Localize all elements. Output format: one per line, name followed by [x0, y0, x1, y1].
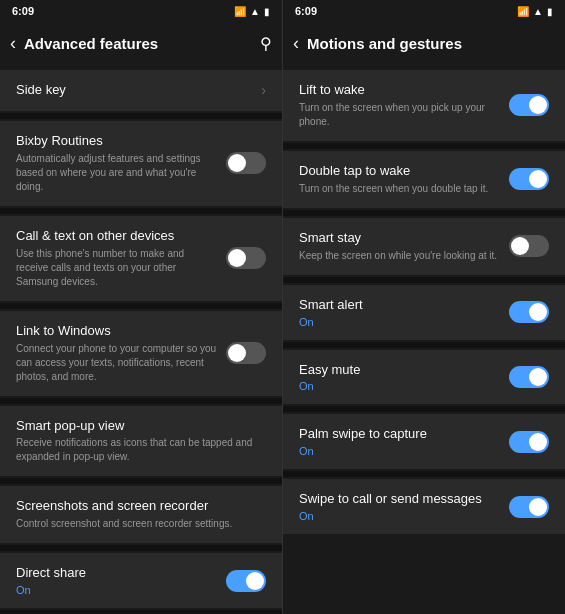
setting-smart-stay-desc: Keep the screen on while you're looking … — [299, 249, 501, 263]
setting-bixby-title: Bixby Routines — [16, 133, 218, 150]
setting-easy-mute-title: Easy mute — [299, 362, 501, 379]
smart-stay-toggle[interactable] — [509, 235, 549, 257]
easy-mute-toggle[interactable] — [509, 366, 549, 388]
chevron-right-icon: › — [261, 82, 266, 98]
setting-smart-alert[interactable]: Smart alert On — [283, 285, 565, 340]
setting-bixby-desc: Automatically adjust features and settin… — [16, 152, 218, 194]
double-tap-toggle-knob — [529, 170, 547, 188]
setting-direct-share-title: Direct share — [16, 565, 218, 582]
bixby-toggle-knob — [228, 154, 246, 172]
left-panel: 6:09 📶 ▲ ▮ ‹ Advanced features ⚲ Side ke… — [0, 0, 282, 614]
setting-easy-mute-status: On — [299, 380, 501, 392]
setting-bixby-routines[interactable]: Bixby Routines Automatically adjust feat… — [0, 121, 282, 206]
double-tap-toggle[interactable] — [509, 168, 549, 190]
setting-smart-stay[interactable]: Smart stay Keep the screen on while you'… — [283, 218, 565, 275]
setting-direct-share-text: Direct share On — [16, 565, 218, 596]
wifi-icon: 📶 — [234, 6, 246, 17]
left-status-time: 6:09 — [12, 5, 34, 17]
setting-swipe-call-title: Swipe to call or send messages — [299, 491, 501, 508]
right-status-icons: 📶 ▲ ▮ — [517, 6, 553, 17]
setting-call-title: Call & text on other devices — [16, 228, 218, 245]
right-settings-list: Lift to wake Turn on the screen when you… — [283, 64, 565, 614]
setting-swipe-call-status: On — [299, 510, 501, 522]
setting-call-text-text: Call & text on other devices Use this ph… — [16, 228, 218, 289]
smart-stay-toggle-knob — [511, 237, 529, 255]
setting-bixby-text: Bixby Routines Automatically adjust feat… — [16, 133, 218, 194]
setting-lift-wake[interactable]: Lift to wake Turn on the screen when you… — [283, 70, 565, 141]
setting-palm-swipe-text: Palm swipe to capture On — [299, 426, 501, 457]
left-top-bar: ‹ Advanced features ⚲ — [0, 22, 282, 64]
setting-easy-mute[interactable]: Easy mute On — [283, 350, 565, 405]
smart-alert-toggle[interactable] — [509, 301, 549, 323]
right-page-title: Motions and gestures — [307, 35, 555, 52]
setting-smart-stay-text: Smart stay Keep the screen on while you'… — [299, 230, 501, 263]
link-toggle-knob — [228, 344, 246, 362]
setting-smart-popup[interactable]: Smart pop-up view Receive notifications … — [0, 406, 282, 477]
setting-double-tap-text: Double tap to wake Turn on the screen wh… — [299, 163, 501, 196]
setting-lift-wake-title: Lift to wake — [299, 82, 501, 99]
setting-lift-wake-desc: Turn on the screen when you pick up your… — [299, 101, 501, 129]
right-wifi-icon: 📶 — [517, 6, 529, 17]
setting-palm-swipe-status: On — [299, 445, 501, 457]
setting-double-tap-title: Double tap to wake — [299, 163, 501, 180]
direct-share-toggle[interactable] — [226, 570, 266, 592]
setting-lift-wake-text: Lift to wake Turn on the screen when you… — [299, 82, 501, 129]
setting-double-tap-desc: Turn on the screen when you double tap i… — [299, 182, 501, 196]
setting-direct-share[interactable]: Direct share On — [0, 553, 282, 608]
setting-side-key-title: Side key — [16, 82, 253, 99]
setting-side-key-text: Side key — [16, 82, 253, 99]
setting-palm-swipe-title: Palm swipe to capture — [299, 426, 501, 443]
setting-screenshots-desc: Control screenshot and screen recorder s… — [16, 517, 258, 531]
setting-call-text[interactable]: Call & text on other devices Use this ph… — [0, 216, 282, 301]
setting-link-title: Link to Windows — [16, 323, 218, 340]
right-panel: 6:09 📶 ▲ ▮ ‹ Motions and gestures Lift t… — [282, 0, 565, 614]
setting-smart-popup-desc: Receive notifications as icons that can … — [16, 436, 258, 464]
lift-wake-toggle[interactable] — [509, 94, 549, 116]
palm-swipe-toggle[interactable] — [509, 431, 549, 453]
setting-palm-swipe[interactable]: Palm swipe to capture On — [283, 414, 565, 469]
right-back-button[interactable]: ‹ — [293, 33, 299, 54]
left-page-title: Advanced features — [24, 35, 260, 52]
setting-direct-share-status: On — [16, 584, 218, 596]
battery-icon: ▮ — [264, 6, 270, 17]
easy-mute-toggle-knob — [529, 368, 547, 386]
setting-swipe-call[interactable]: Swipe to call or send messages On — [283, 479, 565, 534]
setting-smart-popup-text: Smart pop-up view Receive notifications … — [16, 418, 258, 465]
setting-side-key[interactable]: Side key › — [0, 70, 282, 111]
bixby-toggle[interactable] — [226, 152, 266, 174]
call-toggle[interactable] — [226, 247, 266, 269]
left-settings-list: Side key › Bixby Routines Automatically … — [0, 64, 282, 614]
setting-swipe-call-text: Swipe to call or send messages On — [299, 491, 501, 522]
setting-smart-alert-title: Smart alert — [299, 297, 501, 314]
setting-link-desc: Connect your phone to your computer so y… — [16, 342, 218, 384]
right-status-bar: 6:09 📶 ▲ ▮ — [283, 0, 565, 22]
setting-smart-alert-text: Smart alert On — [299, 297, 501, 328]
right-signal-icon: ▲ — [533, 6, 543, 17]
setting-call-desc: Use this phone's number to make and rece… — [16, 247, 218, 289]
left-back-button[interactable]: ‹ — [10, 33, 16, 54]
setting-easy-mute-text: Easy mute On — [299, 362, 501, 393]
right-battery-icon: ▮ — [547, 6, 553, 17]
right-top-bar: ‹ Motions and gestures — [283, 22, 565, 64]
setting-link-windows[interactable]: Link to Windows Connect your phone to yo… — [0, 311, 282, 396]
setting-screenshots-title: Screenshots and screen recorder — [16, 498, 258, 515]
setting-smart-alert-status: On — [299, 316, 501, 328]
swipe-call-toggle-knob — [529, 498, 547, 516]
setting-smart-popup-title: Smart pop-up view — [16, 418, 258, 435]
link-toggle[interactable] — [226, 342, 266, 364]
palm-swipe-toggle-knob — [529, 433, 547, 451]
right-status-time: 6:09 — [295, 5, 317, 17]
setting-screenshots-text: Screenshots and screen recorder Control … — [16, 498, 258, 531]
smart-alert-toggle-knob — [529, 303, 547, 321]
setting-smart-stay-title: Smart stay — [299, 230, 501, 247]
setting-link-windows-text: Link to Windows Connect your phone to yo… — [16, 323, 218, 384]
left-status-bar: 6:09 📶 ▲ ▮ — [0, 0, 282, 22]
setting-double-tap[interactable]: Double tap to wake Turn on the screen wh… — [283, 151, 565, 208]
lift-wake-toggle-knob — [529, 96, 547, 114]
direct-share-toggle-knob — [246, 572, 264, 590]
left-search-button[interactable]: ⚲ — [260, 34, 272, 53]
swipe-call-toggle[interactable] — [509, 496, 549, 518]
setting-screenshots[interactable]: Screenshots and screen recorder Control … — [0, 486, 282, 543]
call-toggle-knob — [228, 249, 246, 267]
signal-icon: ▲ — [250, 6, 260, 17]
